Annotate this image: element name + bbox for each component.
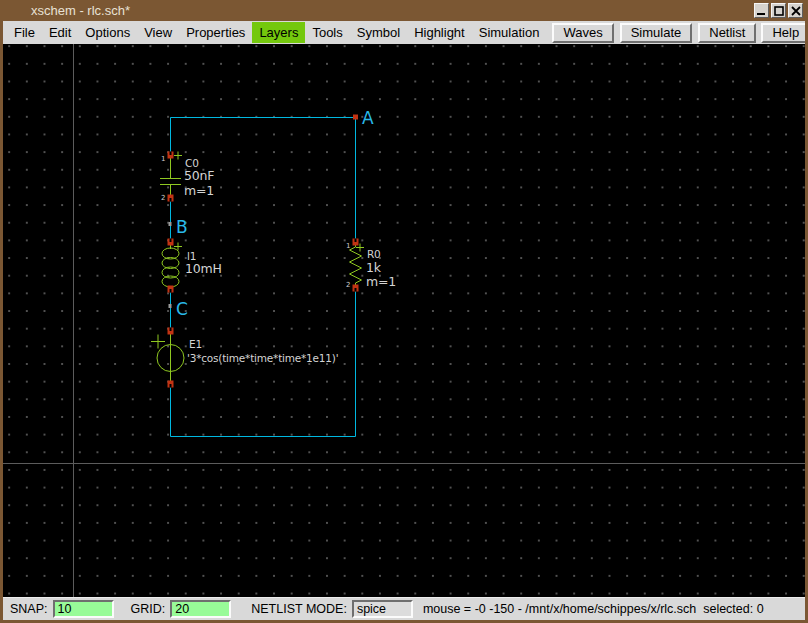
r0-pin1-number: 1 — [346, 243, 350, 250]
node-label-c[interactable]: C — [176, 301, 188, 318]
menu-view[interactable]: View — [137, 22, 179, 43]
window-title: xschem - rlc.sch* — [31, 3, 130, 18]
mouse-status-text: mouse = -0 -150 - /mnt/x/home/schippes/x… — [423, 602, 764, 616]
label-a-attach — [353, 115, 358, 120]
minimize-button[interactable] — [754, 3, 769, 18]
schematic-drawing — [3, 44, 805, 597]
node-label-b[interactable]: B — [176, 219, 187, 236]
minimize-icon — [757, 6, 766, 15]
label-c-attach — [169, 304, 172, 308]
maximize-button[interactable] — [771, 3, 786, 18]
r0-name[interactable]: R0 — [367, 249, 381, 260]
component-e1-symbol[interactable] — [151, 331, 184, 384]
l1-value[interactable]: 10mH — [185, 263, 222, 276]
menu-edit[interactable]: Edit — [42, 22, 78, 43]
titlebar[interactable]: xschem - rlc.sch* — [3, 0, 805, 21]
menu-simulation[interactable]: Simulation — [472, 22, 547, 43]
menu-options[interactable]: Options — [78, 22, 137, 43]
netlist-mode-label: NETLIST MODE: — [251, 602, 347, 616]
e1-value[interactable]: '3*cos(time*time*time*1e11)' — [187, 353, 338, 364]
e1-name[interactable]: E1 — [189, 339, 202, 350]
grid-label: GRID: — [131, 602, 166, 616]
close-icon — [791, 6, 801, 16]
waves-button[interactable]: Waves — [552, 23, 613, 43]
r0-value[interactable]: 1k — [366, 262, 381, 275]
c0-param[interactable]: m=1 — [184, 185, 214, 198]
simulate-button[interactable]: Simulate — [620, 23, 693, 43]
c0-pin2-number: 2 — [161, 195, 165, 202]
menu-highlight[interactable]: Highlight — [407, 22, 472, 43]
xschem-window: xschem - rlc.sch* File Edit Options — [0, 0, 808, 623]
netlist-button[interactable]: Netlist — [698, 23, 756, 43]
netlist-mode-input[interactable] — [352, 600, 413, 618]
r0-param[interactable]: m=1 — [366, 276, 396, 289]
c0-pin1-number: 1 — [161, 156, 165, 163]
menu-file[interactable]: File — [7, 22, 42, 43]
l1-name[interactable]: l1 — [187, 251, 196, 262]
node-label-a[interactable]: A — [362, 110, 373, 127]
c0-name[interactable]: C0 — [185, 158, 199, 169]
c0-value[interactable]: 50nF — [184, 170, 214, 183]
c0-plus-mark — [174, 152, 182, 160]
grid-input[interactable] — [170, 600, 231, 618]
close-button[interactable] — [788, 3, 803, 18]
schematic-canvas[interactable]: A B C C0 50nF m=1 1 2 l1 10mH E1 '3*cos(… — [3, 44, 805, 597]
component-r0-symbol[interactable] — [350, 242, 365, 288]
menubar: File Edit Options View Properties Layers… — [3, 21, 805, 44]
window-controls — [754, 3, 803, 18]
statusbar: SNAP: GRID: NETLIST MODE: mouse = -0 -15… — [3, 597, 805, 620]
menu-properties[interactable]: Properties — [179, 22, 252, 43]
maximize-icon — [774, 6, 784, 16]
snap-label: SNAP: — [10, 602, 48, 616]
menu-layers[interactable]: Layers — [252, 22, 305, 43]
menu-symbol[interactable]: Symbol — [350, 22, 407, 43]
menu-tools[interactable]: Tools — [305, 22, 349, 43]
r0-pin2-number: 2 — [346, 282, 350, 289]
help-button[interactable]: Help — [761, 23, 808, 43]
snap-input[interactable] — [53, 600, 114, 618]
label-b-attach — [169, 222, 172, 226]
component-l1-symbol[interactable] — [162, 242, 182, 289]
label-attach-marks — [169, 115, 359, 309]
